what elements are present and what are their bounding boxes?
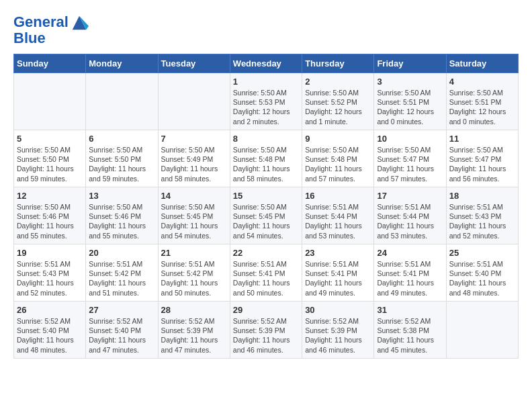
day-number: 4 <box>449 77 515 87</box>
calendar-cell: 15Sunrise: 5:50 AM Sunset: 5:45 PM Dayli… <box>230 187 302 244</box>
day-number: 21 <box>161 248 227 258</box>
header-day-friday: Friday <box>374 54 446 73</box>
header-day-wednesday: Wednesday <box>230 54 302 73</box>
cell-content: Sunrise: 5:50 AM Sunset: 5:46 PM Dayligh… <box>17 202 83 240</box>
day-number: 2 <box>305 77 371 87</box>
day-number: 27 <box>89 305 154 315</box>
cell-content: Sunrise: 5:50 AM Sunset: 5:45 PM Dayligh… <box>161 202 227 240</box>
week-row-5: 26Sunrise: 5:52 AM Sunset: 5:40 PM Dayli… <box>14 302 519 359</box>
calendar-cell: 13Sunrise: 5:50 AM Sunset: 5:46 PM Dayli… <box>86 187 158 244</box>
calendar-cell: 6Sunrise: 5:50 AM Sunset: 5:50 PM Daylig… <box>86 130 158 187</box>
cell-content: Sunrise: 5:51 AM Sunset: 5:41 PM Dayligh… <box>233 259 299 298</box>
cell-content: Sunrise: 5:52 AM Sunset: 5:39 PM Dayligh… <box>233 316 299 355</box>
day-number: 9 <box>305 134 371 144</box>
cell-content: Sunrise: 5:50 AM Sunset: 5:50 PM Dayligh… <box>89 145 154 183</box>
calendar-cell: 19Sunrise: 5:51 AM Sunset: 5:43 PM Dayli… <box>14 244 86 302</box>
day-number: 3 <box>377 77 443 87</box>
calendar-cell: 14Sunrise: 5:50 AM Sunset: 5:45 PM Dayli… <box>158 187 230 244</box>
calendar-cell: 11Sunrise: 5:50 AM Sunset: 5:47 PM Dayli… <box>446 130 518 187</box>
cell-content: Sunrise: 5:52 AM Sunset: 5:40 PM Dayligh… <box>17 316 83 355</box>
header-day-monday: Monday <box>86 54 158 73</box>
day-number: 22 <box>233 248 299 258</box>
calendar-cell <box>446 302 518 359</box>
day-number: 11 <box>449 134 515 144</box>
calendar-cell: 28Sunrise: 5:52 AM Sunset: 5:39 PM Dayli… <box>158 302 230 359</box>
calendar-table: SundayMondayTuesdayWednesdayThursdayFrid… <box>13 54 519 359</box>
cell-content: Sunrise: 5:51 AM Sunset: 5:44 PM Dayligh… <box>305 202 371 240</box>
header-day-thursday: Thursday <box>302 54 374 73</box>
day-number: 15 <box>233 191 299 201</box>
cell-content: Sunrise: 5:51 AM Sunset: 5:41 PM Dayligh… <box>377 259 443 298</box>
day-number: 26 <box>17 305 83 315</box>
calendar-cell: 1Sunrise: 5:50 AM Sunset: 5:53 PM Daylig… <box>230 73 302 130</box>
calendar-cell: 25Sunrise: 5:51 AM Sunset: 5:40 PM Dayli… <box>446 244 518 302</box>
day-number: 18 <box>449 191 515 201</box>
week-row-3: 12Sunrise: 5:50 AM Sunset: 5:46 PM Dayli… <box>14 187 519 244</box>
calendar-cell: 21Sunrise: 5:51 AM Sunset: 5:42 PM Dayli… <box>158 244 230 302</box>
cell-content: Sunrise: 5:50 AM Sunset: 5:48 PM Dayligh… <box>233 145 299 183</box>
day-number: 14 <box>161 191 227 201</box>
day-number: 24 <box>377 248 443 258</box>
calendar-cell: 2Sunrise: 5:50 AM Sunset: 5:52 PM Daylig… <box>302 73 374 130</box>
header-day-tuesday: Tuesday <box>158 54 230 73</box>
cell-content: Sunrise: 5:52 AM Sunset: 5:39 PM Dayligh… <box>161 316 227 355</box>
day-number: 16 <box>305 191 371 201</box>
calendar-cell: 16Sunrise: 5:51 AM Sunset: 5:44 PM Dayli… <box>302 187 374 244</box>
cell-content: Sunrise: 5:51 AM Sunset: 5:42 PM Dayligh… <box>89 259 154 298</box>
cell-content: Sunrise: 5:50 AM Sunset: 5:45 PM Dayligh… <box>233 202 299 240</box>
calendar-cell: 17Sunrise: 5:51 AM Sunset: 5:44 PM Dayli… <box>374 187 446 244</box>
cell-content: Sunrise: 5:52 AM Sunset: 5:38 PM Dayligh… <box>377 316 443 355</box>
calendar-cell: 26Sunrise: 5:52 AM Sunset: 5:40 PM Dayli… <box>14 302 86 359</box>
day-number: 31 <box>377 305 443 315</box>
cell-content: Sunrise: 5:50 AM Sunset: 5:51 PM Dayligh… <box>377 88 443 126</box>
cell-content: Sunrise: 5:50 AM Sunset: 5:47 PM Dayligh… <box>449 145 515 183</box>
day-number: 10 <box>377 134 443 144</box>
calendar-cell: 22Sunrise: 5:51 AM Sunset: 5:41 PM Dayli… <box>230 244 302 302</box>
day-number: 20 <box>89 248 154 258</box>
calendar-cell: 10Sunrise: 5:50 AM Sunset: 5:47 PM Dayli… <box>374 130 446 187</box>
day-number: 5 <box>17 134 83 144</box>
day-number: 17 <box>377 191 443 201</box>
day-number: 7 <box>161 134 227 144</box>
calendar-cell: 3Sunrise: 5:50 AM Sunset: 5:51 PM Daylig… <box>374 73 446 130</box>
day-number: 28 <box>161 305 227 315</box>
calendar-cell <box>158 73 230 130</box>
day-number: 19 <box>17 248 83 258</box>
calendar-cell: 31Sunrise: 5:52 AM Sunset: 5:38 PM Dayli… <box>374 302 446 359</box>
calendar-cell: 5Sunrise: 5:50 AM Sunset: 5:50 PM Daylig… <box>14 130 86 187</box>
day-number: 23 <box>305 248 371 258</box>
cell-content: Sunrise: 5:50 AM Sunset: 5:53 PM Dayligh… <box>233 88 299 126</box>
day-number: 30 <box>305 305 371 315</box>
cell-content: Sunrise: 5:50 AM Sunset: 5:47 PM Dayligh… <box>377 145 443 183</box>
calendar-cell: 27Sunrise: 5:52 AM Sunset: 5:40 PM Dayli… <box>86 302 158 359</box>
calendar-cell: 18Sunrise: 5:51 AM Sunset: 5:43 PM Dayli… <box>446 187 518 244</box>
calendar-cell: 12Sunrise: 5:50 AM Sunset: 5:46 PM Dayli… <box>14 187 86 244</box>
cell-content: Sunrise: 5:50 AM Sunset: 5:50 PM Dayligh… <box>17 145 83 183</box>
day-number: 25 <box>449 248 515 258</box>
calendar-cell: 20Sunrise: 5:51 AM Sunset: 5:42 PM Dayli… <box>86 244 158 302</box>
day-number: 12 <box>17 191 83 201</box>
calendar-cell <box>14 73 86 130</box>
day-number: 8 <box>233 134 299 144</box>
calendar-cell: 24Sunrise: 5:51 AM Sunset: 5:41 PM Dayli… <box>374 244 446 302</box>
calendar-cell: 29Sunrise: 5:52 AM Sunset: 5:39 PM Dayli… <box>230 302 302 359</box>
cell-content: Sunrise: 5:51 AM Sunset: 5:44 PM Dayligh… <box>377 202 443 240</box>
cell-content: Sunrise: 5:50 AM Sunset: 5:48 PM Dayligh… <box>305 145 371 183</box>
cell-content: Sunrise: 5:51 AM Sunset: 5:40 PM Dayligh… <box>449 259 515 298</box>
calendar-cell: 8Sunrise: 5:50 AM Sunset: 5:48 PM Daylig… <box>230 130 302 187</box>
header-day-saturday: Saturday <box>446 54 518 73</box>
calendar-cell: 7Sunrise: 5:50 AM Sunset: 5:49 PM Daylig… <box>158 130 230 187</box>
day-number: 29 <box>233 305 299 315</box>
week-row-4: 19Sunrise: 5:51 AM Sunset: 5:43 PM Dayli… <box>14 244 519 302</box>
calendar-cell: 9Sunrise: 5:50 AM Sunset: 5:48 PM Daylig… <box>302 130 374 187</box>
week-row-2: 5Sunrise: 5:50 AM Sunset: 5:50 PM Daylig… <box>14 130 519 187</box>
calendar-cell: 30Sunrise: 5:52 AM Sunset: 5:39 PM Dayli… <box>302 302 374 359</box>
cell-content: Sunrise: 5:51 AM Sunset: 5:43 PM Dayligh… <box>449 202 515 240</box>
calendar-cell: 4Sunrise: 5:50 AM Sunset: 5:51 PM Daylig… <box>446 73 518 130</box>
day-number: 1 <box>233 77 299 87</box>
cell-content: Sunrise: 5:50 AM Sunset: 5:49 PM Dayligh… <box>161 145 227 183</box>
header-row: SundayMondayTuesdayWednesdayThursdayFrid… <box>14 54 519 73</box>
week-row-1: 1Sunrise: 5:50 AM Sunset: 5:53 PM Daylig… <box>14 73 519 130</box>
day-number: 6 <box>89 134 154 144</box>
header-day-sunday: Sunday <box>14 54 86 73</box>
